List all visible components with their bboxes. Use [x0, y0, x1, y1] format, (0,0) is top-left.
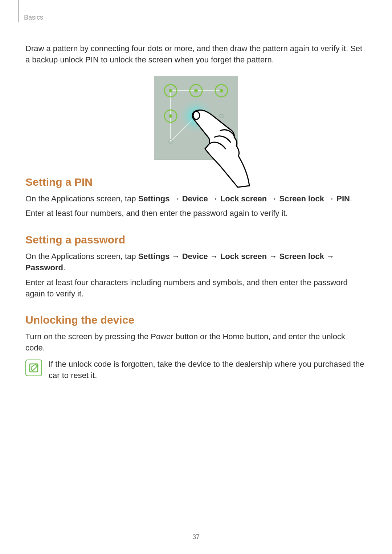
- pattern-lock-svg: [154, 76, 263, 200]
- path-step: Device: [182, 252, 208, 261]
- path-arrow: →: [324, 252, 334, 261]
- heading-unlocking: Unlocking the device: [25, 314, 367, 326]
- intro-paragraph: Draw a pattern by connecting four dots o…: [25, 43, 367, 66]
- svg-point-14: [193, 111, 200, 119]
- path-step: Settings: [138, 252, 170, 261]
- path-step: PIN: [336, 194, 350, 203]
- path-arrow: →: [267, 194, 279, 203]
- svg-point-5: [169, 89, 172, 93]
- path-step: Screen lock: [279, 194, 324, 203]
- path-step: Lock screen: [220, 252, 267, 261]
- svg-line-16: [31, 370, 33, 370]
- memo-icon: [28, 362, 39, 373]
- note-text: If the unlock code is forgotten, take th…: [49, 359, 367, 381]
- pin-body: Enter at least four numbers, and then en…: [25, 208, 367, 219]
- section-header: Basics: [24, 14, 367, 21]
- path-arrow: →: [208, 252, 220, 261]
- manual-page: Basics Draw a pattern by connecting four…: [0, 0, 392, 554]
- path-arrow: →: [324, 194, 336, 203]
- path-step: Screen lock: [279, 252, 324, 261]
- password-path: On the Applications screen, tap Settings…: [25, 251, 367, 274]
- pin-path-prefix: On the Applications screen, tap: [25, 194, 138, 203]
- path-arrow: →: [267, 252, 279, 261]
- svg-point-9: [220, 89, 223, 93]
- unlock-body: Turn on the screen by pressing the Power…: [25, 331, 367, 354]
- password-body: Enter at least four characters including…: [25, 277, 367, 300]
- pattern-figure: [25, 76, 367, 161]
- svg-point-7: [194, 89, 198, 93]
- page-number: 37: [0, 533, 392, 541]
- note-icon: [25, 360, 42, 376]
- path-arrow: →: [170, 252, 182, 261]
- svg-point-11: [169, 114, 172, 118]
- pattern-lock-illustration: [154, 76, 238, 160]
- path-step: Password: [25, 263, 63, 272]
- header-rule: [18, 0, 19, 22]
- svg-point-12: [220, 114, 223, 118]
- heading-setting-password: Setting a password: [25, 234, 367, 246]
- password-path-prefix: On the Applications screen, tap: [25, 252, 138, 261]
- note: If the unlock code is forgotten, take th…: [25, 359, 367, 381]
